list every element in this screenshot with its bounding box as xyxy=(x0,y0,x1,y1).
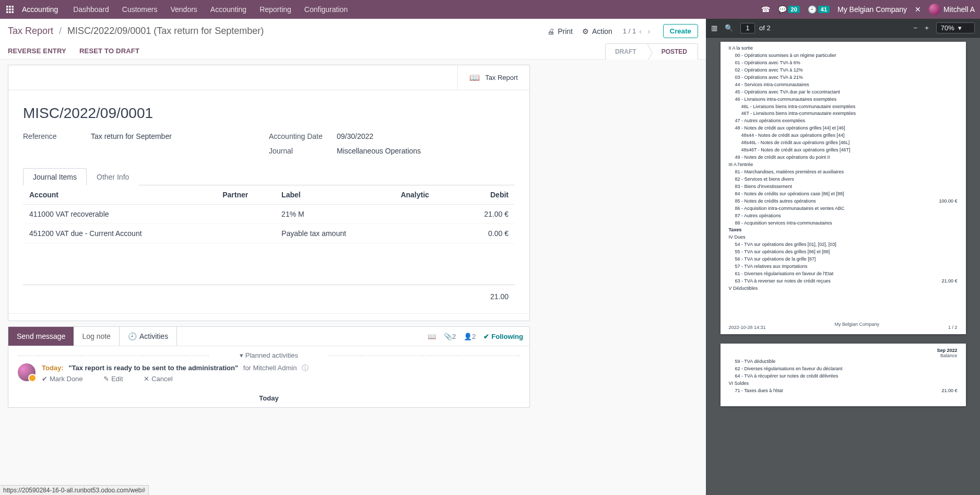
pdf-toolbar: ▥ 🔍 of 2 − + 70% ▾ xyxy=(706,19,980,38)
clock-icon[interactable]: 🕘41 xyxy=(808,5,830,14)
control-panel: Tax Report / MISC/2022/09/0001 (Tax retu… xyxy=(0,19,706,60)
mark-done-button[interactable]: ✔Mark Done xyxy=(42,375,92,383)
pdf-line: 87 - Autres opérations xyxy=(729,213,958,220)
nav-accounting[interactable]: Accounting xyxy=(210,5,246,14)
pdf-search-icon[interactable]: 🔍 xyxy=(725,24,733,32)
pdf-line: 46T - Livraisons biens intra-communautai… xyxy=(729,110,958,117)
pager-prev[interactable]: ‹ xyxy=(636,27,645,36)
send-message-button[interactable]: Send message xyxy=(8,327,74,346)
action-dropdown[interactable]: ⚙Action xyxy=(582,27,612,36)
chatter: Send message Log note 🕘Activities 📖 📎2 👤… xyxy=(8,326,530,408)
create-button[interactable]: Create xyxy=(663,24,699,38)
form-sheet: 📖 Tax Report MISC/2022/09/0001 Reference… xyxy=(8,65,530,321)
nav-reporting[interactable]: Reporting xyxy=(259,5,291,14)
activity-avatar[interactable] xyxy=(18,363,36,381)
nav-configuration[interactable]: Configuration xyxy=(304,5,348,14)
svg-rect-2 xyxy=(12,6,14,8)
pdf-line: 56 - TVA sur opérations de la grille [87… xyxy=(729,256,958,263)
pdf-line: 71 - Taxes dues à l'état21.00 € xyxy=(729,387,958,395)
col-account[interactable]: Account xyxy=(23,185,216,205)
pdf-footer-company: My Belgian Company xyxy=(766,322,948,330)
col-analytic[interactable]: Analytic xyxy=(394,185,457,205)
zoom-out-icon[interactable]: − xyxy=(914,24,918,32)
breadcrumb: Tax Report / MISC/2022/09/0001 (Tax retu… xyxy=(8,26,264,37)
clock-badge: 41 xyxy=(818,6,830,13)
pdf-line: 47 - Autres opérations exemptées xyxy=(729,117,958,125)
col-partner[interactable]: Partner xyxy=(216,185,275,205)
tax-report-stat-button[interactable]: 📖 Tax Report xyxy=(457,65,529,90)
pdf-line: 59 - TVA déductible xyxy=(729,358,958,366)
chat-icon[interactable]: 💬20 xyxy=(778,5,800,14)
info-icon[interactable]: ⓘ xyxy=(302,364,309,372)
activity-item: Today: "Tax report is ready to be sent t… xyxy=(18,363,520,383)
print-button[interactable]: 🖨Print xyxy=(547,27,573,36)
col-debit[interactable]: Debit xyxy=(458,185,515,205)
log-note-button[interactable]: Log note xyxy=(74,327,119,346)
pdf-page-1[interactable]: II A la sortie00 - Opérations soumises à… xyxy=(721,42,966,334)
pdf2-balance: Balance xyxy=(937,353,957,358)
avatar xyxy=(929,4,940,15)
svg-rect-5 xyxy=(12,8,14,10)
reference-value[interactable]: Tax return for September xyxy=(91,132,172,140)
company-switcher[interactable]: My Belgian Company xyxy=(837,5,907,14)
attachment-count[interactable]: 📎2 xyxy=(444,333,456,340)
tab-journal-items[interactable]: Journal Items xyxy=(23,168,87,185)
check-icon: ✔ xyxy=(483,333,489,340)
pdf-line: 57 - TVA relatives aux importations xyxy=(729,263,958,270)
svg-rect-7 xyxy=(9,11,11,14)
accounting-date-value[interactable]: 09/30/2022 xyxy=(337,132,373,140)
pager: 1 / 1 ‹ › xyxy=(623,27,654,36)
pdf-line: VI Soldes xyxy=(729,380,958,387)
zoom-select[interactable]: 70% ▾ xyxy=(936,22,975,33)
planned-activities-header[interactable]: ▾ Planned activities xyxy=(18,351,520,359)
pdf-page-2[interactable]: Sep 2022 Balance 59 - TVA déductible62 -… xyxy=(721,344,966,406)
voip-icon[interactable]: ☎ xyxy=(761,5,770,14)
journal-value[interactable]: Miscellaneous Operations xyxy=(337,147,421,155)
pdf-line: 54 - TVA sur opérations des grilles [01]… xyxy=(729,241,958,249)
pdf2-month: Sep 2022 xyxy=(937,348,957,353)
following-toggle[interactable]: ✔Following xyxy=(483,333,523,340)
reset-to-draft-button[interactable]: RESET TO DRAFT xyxy=(79,47,139,55)
zoom-in-icon[interactable]: + xyxy=(925,24,929,32)
tools-icon[interactable]: ✕ xyxy=(915,5,921,14)
breadcrumb-root[interactable]: Tax Report xyxy=(8,26,53,36)
sidebar-toggle-icon[interactable]: ▥ xyxy=(711,24,717,32)
horizontal-scrollbar[interactable] xyxy=(8,313,529,321)
pdf-line: 86 - Acquisition intra-communautaires et… xyxy=(729,205,958,213)
apps-icon[interactable] xyxy=(5,5,15,14)
top-nav: Accounting Dashboard Customers Vendors A… xyxy=(0,0,980,19)
nav-vendors[interactable]: Vendors xyxy=(170,5,197,14)
close-icon: ✕ xyxy=(144,375,149,383)
svg-rect-0 xyxy=(6,6,8,8)
table-row[interactable]: 451200 VAT due - Current Account Payable… xyxy=(23,224,515,243)
pdf-line: 63 - TVA à reverser sur notes de crédit … xyxy=(729,278,958,285)
status-posted[interactable]: POSTED xyxy=(647,44,698,60)
pdf-line: 02 - Opérations avec TVA à 12% xyxy=(729,67,958,74)
check-icon: ✔ xyxy=(42,375,48,383)
reverse-entry-button[interactable]: REVERSE ENTRY xyxy=(8,47,66,55)
followers-count[interactable]: 👤2 xyxy=(464,333,476,340)
tab-other-info[interactable]: Other Info xyxy=(87,168,139,185)
col-label[interactable]: Label xyxy=(275,185,394,205)
tabs: Journal Items Other Info xyxy=(23,168,515,185)
user-menu[interactable]: Mitchell A xyxy=(929,4,975,15)
table-row[interactable]: 411000 VAT recoverable 21% M 21.00 € xyxy=(23,205,515,224)
pdf-line: 62 - Diverses régularisations en faveur … xyxy=(729,366,958,373)
pdf-line: 83 - Biens d'investissement xyxy=(729,183,958,191)
nav-dashboard[interactable]: Dashboard xyxy=(73,5,109,14)
nav-customers[interactable]: Customers xyxy=(122,5,158,14)
pdf-line: II A la sortie xyxy=(729,45,958,52)
app-name[interactable]: Accounting xyxy=(20,5,60,14)
attachment-icon[interactable]: 📖 xyxy=(428,333,436,340)
status-draft[interactable]: DRAFT xyxy=(606,44,647,60)
pdf-line: 46 - Livraisons intra-communautaires exe… xyxy=(729,96,958,103)
pager-text: 1 / 1 xyxy=(623,27,636,35)
activity-date: Today: xyxy=(42,364,64,372)
svg-rect-6 xyxy=(6,11,8,14)
pager-next[interactable]: › xyxy=(645,27,654,36)
chat-badge: 20 xyxy=(788,6,800,13)
cancel-button[interactable]: ✕Cancel xyxy=(144,375,182,383)
pdf-page-input[interactable] xyxy=(740,23,755,33)
edit-button[interactable]: ✎Edit xyxy=(103,375,132,383)
activities-tab[interactable]: 🕘Activities xyxy=(119,327,177,346)
